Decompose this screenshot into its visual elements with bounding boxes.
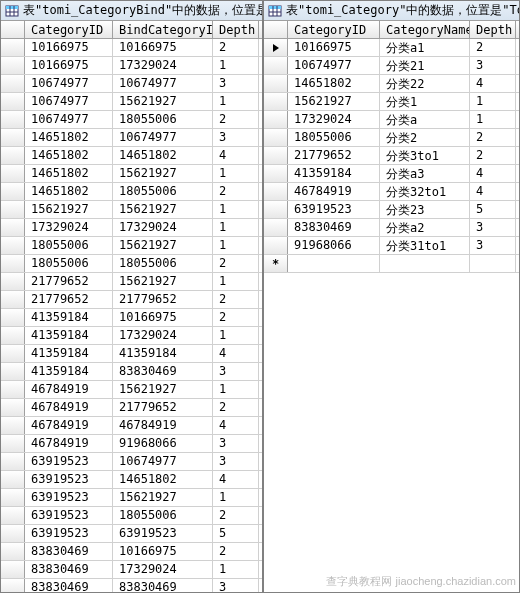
table-row[interactable]: 15621927分类11: [264, 93, 519, 111]
table-row[interactable]: 46784919919680663: [1, 435, 262, 453]
row-selector[interactable]: [264, 111, 288, 128]
row-selector[interactable]: [1, 219, 25, 236]
table-row[interactable]: 63919523146518024: [1, 471, 262, 489]
cell[interactable]: 1: [470, 111, 516, 128]
row-selector[interactable]: [264, 39, 288, 56]
cell[interactable]: 4: [213, 147, 259, 164]
table-row[interactable]: 10166975分类a12: [264, 39, 519, 57]
table-row[interactable]: 83830469101669752: [1, 543, 262, 561]
cell[interactable]: [288, 255, 380, 272]
row-selector[interactable]: [1, 183, 25, 200]
cell[interactable]: 18055006: [288, 129, 380, 146]
cell[interactable]: 2: [470, 147, 516, 164]
cell[interactable]: 21779652: [113, 399, 213, 416]
table-row[interactable]: 46784919217796522: [1, 399, 262, 417]
cell[interactable]: 15621927: [25, 201, 113, 218]
row-selector[interactable]: [1, 507, 25, 524]
cell[interactable]: 17329024: [113, 327, 213, 344]
row-selector[interactable]: [264, 129, 288, 146]
row-selector-header[interactable]: [264, 21, 288, 38]
cell[interactable]: 14651802: [25, 147, 113, 164]
cell[interactable]: 14651802: [288, 75, 380, 92]
cell[interactable]: 分类3to1: [380, 147, 470, 164]
cell[interactable]: 63919523: [25, 525, 113, 542]
cell[interactable]: 83830469: [25, 561, 113, 578]
cell[interactable]: [470, 255, 516, 272]
cell[interactable]: 分类22: [380, 75, 470, 92]
cell[interactable]: 2: [213, 255, 259, 272]
row-selector-header[interactable]: [1, 21, 25, 38]
cell[interactable]: 41359184: [25, 309, 113, 326]
cell[interactable]: 分类2: [380, 129, 470, 146]
row-selector[interactable]: [1, 327, 25, 344]
cell[interactable]: 3: [470, 57, 516, 74]
col-header[interactable]: Depth: [213, 21, 259, 38]
table-row[interactable]: 18055006180550062: [1, 255, 262, 273]
row-selector[interactable]: [1, 147, 25, 164]
table-row[interactable]: 46784919156219271: [1, 381, 262, 399]
cell[interactable]: 3: [470, 219, 516, 236]
cell[interactable]: 91968066: [113, 435, 213, 452]
cell[interactable]: 83830469: [113, 363, 213, 380]
row-selector[interactable]: [1, 57, 25, 74]
row-selector[interactable]: [1, 309, 25, 326]
cell[interactable]: 83830469: [288, 219, 380, 236]
cell[interactable]: 10166975: [25, 39, 113, 56]
col-header[interactable]: CategoryName: [380, 21, 470, 38]
cell[interactable]: 2: [213, 543, 259, 560]
left-grid[interactable]: CategoryID BindCategoryID Depth 10166975…: [1, 21, 262, 593]
cell[interactable]: 2: [213, 399, 259, 416]
cell[interactable]: 83830469: [113, 579, 213, 593]
cell[interactable]: 2: [213, 39, 259, 56]
cell[interactable]: 18055006: [113, 255, 213, 272]
table-row[interactable]: 83830469分类a23: [264, 219, 519, 237]
cell[interactable]: 2: [213, 291, 259, 308]
row-selector[interactable]: [1, 543, 25, 560]
cell[interactable]: 91968066: [288, 237, 380, 254]
cell[interactable]: 63919523: [25, 453, 113, 470]
cell[interactable]: 15621927: [113, 381, 213, 398]
table-row[interactable]: 41359184分类a34: [264, 165, 519, 183]
row-selector[interactable]: [1, 129, 25, 146]
cell[interactable]: 4: [470, 165, 516, 182]
cell[interactable]: 17329024: [25, 219, 113, 236]
row-selector[interactable]: [1, 273, 25, 290]
cell[interactable]: 17329024: [113, 57, 213, 74]
cell[interactable]: 21779652: [288, 147, 380, 164]
table-row[interactable]: 10674977156219271: [1, 93, 262, 111]
row-selector[interactable]: [1, 561, 25, 578]
right-grid[interactable]: CategoryID CategoryName Depth 10166975分类…: [264, 21, 519, 273]
table-row[interactable]: 83830469173290241: [1, 561, 262, 579]
cell[interactable]: 分类21: [380, 57, 470, 74]
row-selector[interactable]: [264, 201, 288, 218]
cell[interactable]: 1: [213, 219, 259, 236]
cell[interactable]: 1: [213, 489, 259, 506]
cell[interactable]: 15621927: [288, 93, 380, 110]
cell[interactable]: 46784919: [25, 417, 113, 434]
table-row[interactable]: 18055006分类22: [264, 129, 519, 147]
cell[interactable]: 14651802: [25, 183, 113, 200]
cell[interactable]: 10166975: [113, 309, 213, 326]
cell[interactable]: 10674977: [113, 129, 213, 146]
table-row[interactable]: 10674977分类213: [264, 57, 519, 75]
row-selector[interactable]: [1, 381, 25, 398]
table-row[interactable]: 18055006156219271: [1, 237, 262, 255]
cell[interactable]: 分类a: [380, 111, 470, 128]
cell[interactable]: 14651802: [113, 147, 213, 164]
table-row[interactable]: 14651802180550062: [1, 183, 262, 201]
cell[interactable]: 18055006: [113, 111, 213, 128]
cell[interactable]: 63919523: [288, 201, 380, 218]
cell[interactable]: 1: [213, 57, 259, 74]
cell[interactable]: 4: [470, 183, 516, 200]
row-selector[interactable]: [264, 183, 288, 200]
cell[interactable]: 2: [213, 309, 259, 326]
cell[interactable]: 18055006: [113, 183, 213, 200]
cell[interactable]: 1: [213, 165, 259, 182]
table-row[interactable]: 10166975173290241: [1, 57, 262, 75]
row-selector[interactable]: [264, 147, 288, 164]
row-selector[interactable]: [1, 165, 25, 182]
cell[interactable]: 46784919: [288, 183, 380, 200]
table-row[interactable]: 10674977180550062: [1, 111, 262, 129]
table-row[interactable]: 21779652分类3to12: [264, 147, 519, 165]
cell[interactable]: 46784919: [25, 399, 113, 416]
